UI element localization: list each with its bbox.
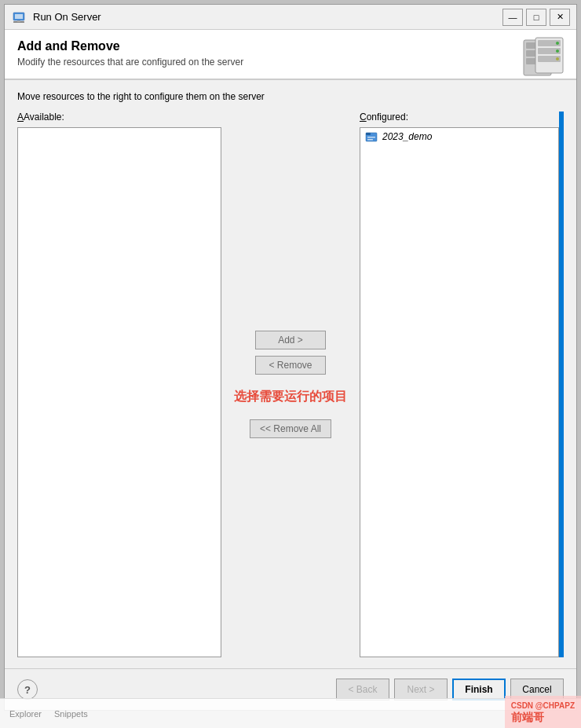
svg-rect-3 [17,20,20,22]
back-button[interactable]: < Back [336,679,389,701]
svg-rect-20 [367,137,375,138]
svg-rect-19 [366,133,371,135]
instruction-text: Move resources to the right to configure… [17,91,564,102]
header-section: Add and Remove Modify the resources that… [5,30,576,80]
bottom-tabs: Explorer Snippets [9,709,88,719]
content-area: Move resources to the right to configure… [5,80,576,668]
project-icon [365,130,378,143]
server-illustration-icon [520,36,567,79]
window-controls: — □ ✕ [502,9,570,26]
help-button[interactable]: ? [17,679,38,700]
list-item[interactable]: 2023_demo [360,128,558,145]
minimize-button[interactable]: — [502,9,523,26]
configured-wrapper: Configured: [360,112,564,657]
available-section: AAvailable: [17,112,221,657]
svg-rect-21 [367,139,373,141]
maximize-button[interactable]: □ [526,9,546,26]
finish-button[interactable]: Finish [452,679,506,701]
explorer-tab[interactable]: Explorer [9,709,42,719]
svg-point-16 [556,49,559,53]
close-button[interactable]: ✕ [550,9,570,26]
configured-section: Configured: [360,112,559,657]
window-title: Run On Server [33,11,502,23]
accent-border [559,112,564,657]
configured-label: Configured: [360,112,559,123]
configured-listbox[interactable]: 2023_demo [360,127,559,657]
brand-label: 前端哥 [511,711,544,723]
bottom-bar: Explorer Snippets CSDN @CHPAPZ 前端哥 [0,698,581,728]
available-label: AAvailable: [17,112,221,123]
remove-all-button[interactable]: << Remove All [250,419,331,438]
remove-button[interactable]: < Remove [255,356,326,375]
next-button[interactable]: Next > [394,679,448,701]
csdn-label: CSDN @CHPAPZ [511,701,575,710]
configured-item-name: 2023_demo [382,131,432,142]
svg-point-17 [556,57,559,60]
middle-buttons-area: Add > < Remove 选择需要运行的项目 << Remove All [221,112,360,657]
window-icon [11,9,27,25]
run-on-server-window: Run On Server — □ ✕ Add and Remove Modif… [4,4,577,711]
page-subtitle: Modify the resources that are configured… [17,57,564,68]
add-button[interactable]: Add > [255,331,326,349]
annotation-text: 选择需要运行的项目 [234,389,347,405]
watermark-logo: CSDN @CHPAPZ 前端哥 [505,696,581,728]
svg-point-15 [556,42,559,45]
available-listbox[interactable] [17,127,221,657]
svg-rect-1 [15,14,23,19]
page-title: Add and Remove [17,39,564,53]
snippets-tab[interactable]: Snippets [54,709,88,719]
title-bar: Run On Server — □ ✕ [5,5,576,30]
